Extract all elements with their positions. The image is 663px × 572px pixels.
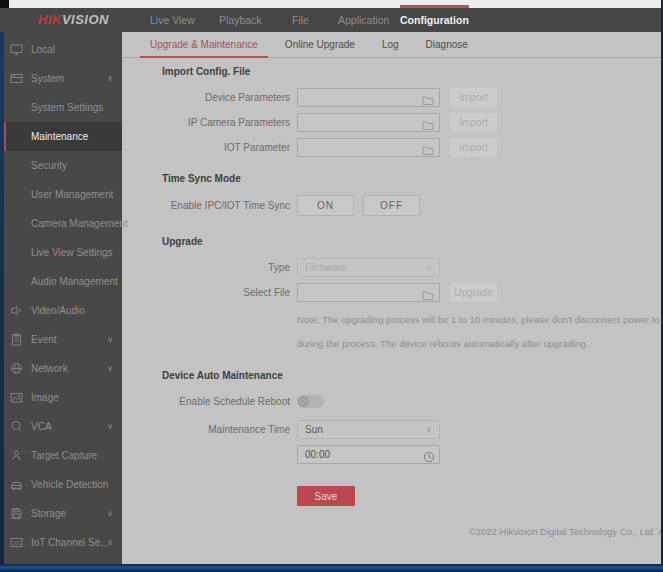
app-header: HIKVISION Live View Playback File Applic… [0,8,663,32]
sidebar-item-maintenance[interactable]: Maintenance [0,122,122,151]
nav-playback[interactable]: Playback [219,8,262,32]
window-bottom-edge [0,564,663,572]
upgrade-button[interactable]: Upgrade [450,283,497,302]
sidebar-item-label: Event [31,325,57,354]
sidebar-item-iot-channel[interactable]: 101 IoT Channel Se... ∨ [0,528,122,557]
clock-icon [423,449,435,467]
system-icon [10,72,23,85]
upgrade-type-select[interactable]: Firmware ∨ [297,258,440,277]
chevron-down-icon: ∨ [107,325,113,354]
device-parameters-file-input[interactable] [297,88,440,107]
sidebar-item-label: Live View Settings [31,238,113,267]
nav-live-view[interactable]: Live View [150,8,195,32]
time-sync-on-button[interactable]: ON [297,195,354,216]
maintenance-time-input-box [297,445,440,464]
upgrade-note-line2: during the process. The device reboots a… [297,332,661,356]
iot-parameter-file-input[interactable] [297,138,440,157]
ip-camera-parameters-row: IP Camera Parameters Import [162,113,661,132]
maintenance-clock-row [162,445,661,464]
maintenance-day-select[interactable]: Sun ∨ [297,420,440,439]
schedule-reboot-row: Enable Schedule Reboot [162,395,661,408]
sidebar-item-target-capture[interactable]: Target Capture [0,441,122,470]
sidebar-item-label: Storage [31,499,66,528]
sidebar-item-vca[interactable]: VCA ∨ [0,412,122,441]
sidebar-item-video-audio[interactable]: Video/Audio [0,296,122,325]
folder-icon[interactable] [422,92,434,110]
sidebar-item-live-view-settings[interactable]: Live View Settings [0,238,122,267]
maintenance-time-row: Maintenance Time Sun ∨ [162,420,661,439]
select-file-label: Select File [162,287,290,298]
target-icon [10,449,23,462]
sidebar-item-label: Network [31,354,68,383]
time-sync-label: Enable IPC/IOT Time Sync [162,200,290,211]
hikvision-config-window: HIKVISION Live View Playback File Applic… [0,0,663,572]
tab-diagnose[interactable]: Diagnose [416,32,478,58]
time-sync-off-button[interactable]: OFF [363,195,420,216]
settings-form: Import Config. File Device Parameters Im… [122,66,661,506]
sidebar-item-system-settings[interactable]: System Settings [0,93,122,122]
browser-corner-block [0,0,9,8]
chevron-down-icon: ∨ [107,528,113,557]
select-file-row: Select File Upgrade [162,283,661,302]
device-parameters-label: Device Parameters [162,92,290,103]
schedule-reboot-label: Enable Schedule Reboot [162,396,290,407]
ip-camera-parameters-file-input[interactable] [297,113,440,132]
vca-icon [10,420,23,433]
image-icon [10,391,23,404]
ip-camera-parameters-label: IP Camera Parameters [162,117,290,128]
select-file-input[interactable] [297,283,440,302]
sidebar-item-label: System [31,64,64,93]
sidebar-item-event[interactable]: Event ∨ [0,325,122,354]
folder-icon[interactable] [422,287,434,305]
maintenance-time-input[interactable] [298,446,413,463]
chevron-up-icon: ∧ [107,64,113,93]
sidebar-item-security[interactable]: Security [0,151,122,180]
monitor-icon [10,43,23,56]
schedule-reboot-toggle[interactable] [297,395,324,408]
sidebar-item-label: Audio Management [31,267,118,296]
sidebar-item-image[interactable]: Image [0,383,122,412]
logo-vision: VISION [62,12,109,27]
tab-upgrade-maintenance[interactable]: Upgrade & Maintenance [140,32,268,58]
folder-icon[interactable] [422,142,434,160]
device-parameters-row: Device Parameters Import [162,88,661,107]
import-button[interactable]: Import [450,88,497,107]
sidebar-item-storage[interactable]: Storage ∨ [0,499,122,528]
sidebar-item-audio-management[interactable]: Audio Management [0,267,122,296]
sidebar-item-network[interactable]: Network ∨ [0,354,122,383]
browser-top-strip [0,0,663,8]
tab-bar: Upgrade & Maintenance Online Upgrade Log… [122,32,661,58]
sidebar-item-local[interactable]: Local [0,35,122,64]
sidebar-item-label: User Management [31,180,113,209]
svg-text:101: 101 [13,540,22,546]
sidebar-item-label: IoT Channel Se... [31,528,109,557]
audio-icon [10,304,23,317]
section-title-upgrade: Upgrade [162,236,661,247]
sidebar-item-vehicle-detection[interactable]: Vehicle Detection [0,470,122,499]
tab-online-upgrade[interactable]: Online Upgrade [275,32,365,58]
maintenance-day-value: Sun [305,424,323,435]
sidebar-item-label: System Settings [31,93,103,122]
nav-file[interactable]: File [292,8,309,32]
storage-icon [10,507,23,520]
sidebar-item-label: VCA [31,412,52,441]
tab-log[interactable]: Log [372,32,409,58]
chevron-down-icon: ∨ [425,259,432,276]
network-icon [10,362,23,375]
copyright-text: ©2022 Hikvision Digital Technology Co., … [469,526,663,537]
save-button[interactable]: Save [297,486,355,506]
import-button[interactable]: Import [450,138,497,157]
nav-configuration[interactable]: Configuration [400,8,469,32]
chevron-down-icon: ∨ [107,412,113,441]
upgrade-type-value: Firmware [305,262,347,273]
import-button[interactable]: Import [450,113,497,132]
sidebar-item-label: Video/Audio [31,296,85,325]
sidebar-item-system[interactable]: System ∧ [0,64,122,93]
chevron-down-icon: ∨ [107,354,113,383]
sidebar-item-user-management[interactable]: User Management [0,180,122,209]
sidebar-item-camera-management[interactable]: Camera Management [0,209,122,238]
upgrade-type-row: Type Firmware ∨ [162,258,661,277]
folder-icon[interactable] [422,117,434,135]
nav-application[interactable]: Application [338,8,389,32]
upgrade-note-line1: Note: The upgrading process will be 1 to… [297,308,661,332]
